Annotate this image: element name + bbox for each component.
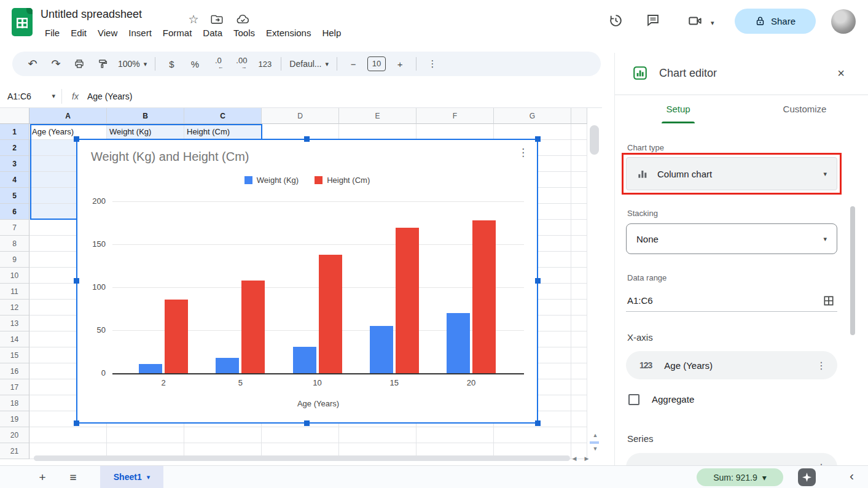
row-header-8[interactable]: 8 <box>0 236 29 252</box>
cell-C1[interactable]: Height (Cm) <box>184 124 262 140</box>
chart-resize-handle[interactable] <box>74 278 79 284</box>
comment-icon[interactable] <box>646 13 660 28</box>
row-header-9[interactable]: 9 <box>0 252 29 268</box>
chart-resize-handle[interactable] <box>535 420 541 426</box>
chart-resize-handle[interactable] <box>535 278 541 284</box>
account-avatar[interactable] <box>831 9 856 34</box>
cell-H18[interactable] <box>571 395 587 411</box>
sheet-tab-sheet1[interactable]: Sheet1 ▾ <box>100 466 163 488</box>
collapse-right-icon[interactable]: ‹ <box>850 468 854 483</box>
x-axis-chip[interactable]: 123 Age (Years) ⋮ <box>626 351 837 379</box>
row-header-20[interactable]: 20 <box>0 427 29 443</box>
cell-H15[interactable] <box>571 347 587 363</box>
cell-D1[interactable] <box>262 124 339 140</box>
gemini-sparkle-icon[interactable] <box>798 468 816 486</box>
cell-H5[interactable] <box>571 188 587 204</box>
row-header-17[interactable]: 17 <box>0 379 29 395</box>
column-header-g[interactable]: G <box>494 108 571 124</box>
redo-button[interactable]: ↷ <box>47 55 65 72</box>
sum-badge[interactable]: Sum: 921.9 ▾ <box>697 468 783 486</box>
cell-C20[interactable] <box>184 427 262 443</box>
chart-resize-handle[interactable] <box>304 136 310 142</box>
paint-format-button[interactable] <box>94 55 111 72</box>
cell-H16[interactable] <box>571 363 587 379</box>
sheets-logo-icon[interactable] <box>12 8 33 36</box>
cell-H3[interactable] <box>571 156 587 172</box>
add-sheet-button[interactable]: + <box>34 470 50 486</box>
cell-H9[interactable] <box>571 252 587 268</box>
row-header-3[interactable]: 3 <box>0 156 29 172</box>
formula-input[interactable]: Age (Years) <box>87 91 132 101</box>
cell-G1[interactable] <box>494 124 571 140</box>
chart-more-options-icon[interactable]: ⋮ <box>518 146 528 159</box>
row-header-7[interactable]: 7 <box>0 220 29 236</box>
scroll-down-icon[interactable]: ▼ <box>591 444 600 453</box>
cell-F1[interactable] <box>416 124 494 140</box>
cell-H20[interactable] <box>571 427 587 443</box>
star-icon[interactable]: ☆ <box>186 12 201 27</box>
cell-B1[interactable]: Weight (Kg) <box>107 124 184 140</box>
cell-E1[interactable] <box>339 124 416 140</box>
menu-tools[interactable]: Tools <box>228 26 260 40</box>
cell-E20[interactable] <box>339 427 416 443</box>
cloud-saved-icon[interactable] <box>236 12 251 27</box>
row-header-4[interactable]: 4 <box>0 172 29 188</box>
panel-scrollbar[interactable] <box>850 206 855 335</box>
horizontal-scrollbar[interactable] <box>34 455 570 461</box>
name-box[interactable]: A1:C6 ▾ <box>0 91 61 101</box>
decrease-font-size-button[interactable]: − <box>345 55 362 72</box>
embedded-chart[interactable]: Weight (Kg) and Height (Cm) ⋮ Weight (Kg… <box>76 139 538 424</box>
share-button[interactable]: Share <box>735 9 816 34</box>
print-button[interactable] <box>71 55 88 72</box>
increase-font-size-button[interactable]: + <box>391 55 409 72</box>
menu-data[interactable]: Data <box>197 26 228 40</box>
column-header-a[interactable]: A <box>29 108 107 124</box>
row-header-16[interactable]: 16 <box>0 363 29 379</box>
cell-H8[interactable] <box>571 236 587 252</box>
cell-F20[interactable] <box>416 427 494 443</box>
cell-H6[interactable] <box>571 204 587 220</box>
cell-H11[interactable] <box>571 284 587 300</box>
meet-camera-icon[interactable] <box>687 13 702 28</box>
cell-H2[interactable] <box>571 140 587 156</box>
meet-dropdown-icon[interactable]: ▾ <box>711 19 714 27</box>
menu-insert[interactable]: Insert <box>123 26 157 40</box>
row-header-12[interactable]: 12 <box>0 300 29 316</box>
font-size-input[interactable]: 10 <box>367 56 386 71</box>
cell-H19[interactable] <box>571 411 587 427</box>
column-header-e[interactable]: E <box>339 108 416 124</box>
column-header-d[interactable]: D <box>262 108 339 124</box>
version-history-icon[interactable] <box>608 13 623 28</box>
menu-format[interactable]: Format <box>157 26 198 40</box>
cell-H4[interactable] <box>571 172 587 188</box>
column-header-partial[interactable] <box>571 108 587 124</box>
close-panel-icon[interactable]: × <box>837 66 845 80</box>
row-header-19[interactable]: 19 <box>0 411 29 427</box>
column-header-c[interactable]: C <box>184 108 262 124</box>
row-header-18[interactable]: 18 <box>0 395 29 411</box>
vertical-scrollbar[interactable] <box>590 125 599 155</box>
scroll-up-icon[interactable]: ▲ <box>591 431 600 440</box>
more-formats-button[interactable]: 123 <box>256 55 273 72</box>
cell-A20[interactable] <box>29 427 107 443</box>
row-header-10[interactable]: 10 <box>0 268 29 284</box>
cell-H7[interactable] <box>571 220 587 236</box>
chart-resize-handle[interactable] <box>304 420 310 426</box>
row-header-2[interactable]: 2 <box>0 140 29 156</box>
chart-resize-handle[interactable] <box>74 420 79 426</box>
row-header-14[interactable]: 14 <box>0 331 29 347</box>
cell-H1[interactable] <box>571 124 587 140</box>
cell-A1[interactable]: Age (Years) <box>29 124 107 140</box>
scroll-left-icon[interactable]: ◀ <box>570 454 579 463</box>
cell-B20[interactable] <box>107 427 184 443</box>
cell-H17[interactable] <box>571 379 587 395</box>
row-header-1[interactable]: 1 <box>0 124 29 140</box>
row-header-11[interactable]: 11 <box>0 284 29 300</box>
column-header-f[interactable]: F <box>416 108 494 124</box>
format-currency-button[interactable]: $ <box>163 55 180 72</box>
move-folder-icon[interactable] <box>210 12 225 27</box>
aggregate-checkbox[interactable] <box>628 394 639 405</box>
cell-H12[interactable] <box>571 300 587 316</box>
row-header-15[interactable]: 15 <box>0 347 29 363</box>
chart-resize-handle[interactable] <box>74 136 79 142</box>
